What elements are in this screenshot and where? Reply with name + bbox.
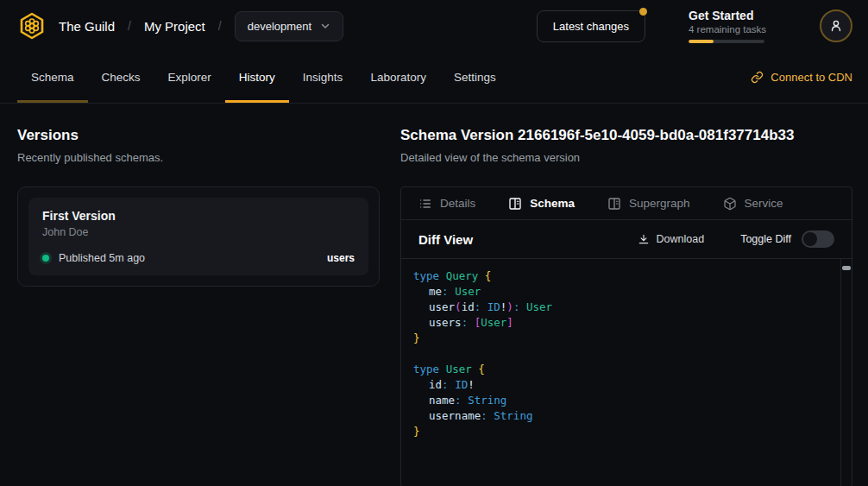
detail-tab-details[interactable]: Details (418, 197, 475, 211)
diff-view-title: Diff View (418, 232, 473, 247)
tab-history[interactable]: History (225, 52, 289, 103)
version-detail-column: Schema Version 2166196f-5e10-4059-bd0a-0… (400, 127, 852, 486)
get-started-widget[interactable]: Get Started 4 remaining tasks (689, 9, 766, 43)
chevron-down-icon (320, 21, 330, 31)
schema-sdl-code: type Query {me: Useruser(id: ID!): Useru… (401, 259, 852, 439)
person-icon (829, 19, 843, 33)
versions-subtitle: Recently published schemas. (17, 151, 380, 164)
target-selector[interactable]: development (235, 11, 343, 41)
toggle-knob (803, 232, 817, 246)
versions-list: First Version John Doe Published 5m ago … (17, 186, 380, 287)
code-scrollbar[interactable] (840, 259, 852, 486)
target-nav-tabs: Schema Checks Explorer History Insights … (0, 52, 868, 104)
versions-column: Versions Recently published schemas. Fir… (17, 127, 380, 287)
get-started-progressbar (689, 40, 764, 43)
version-author: John Doe (42, 226, 355, 238)
version-title: First Version (42, 209, 355, 223)
diff-view-header: Diff View Download Toggle Diff (401, 220, 852, 259)
breadcrumb-separator: / (218, 19, 222, 33)
connect-to-cdn-label: Connect to CDN (771, 71, 852, 84)
download-button[interactable]: Download (638, 233, 705, 245)
notification-dot (639, 8, 647, 16)
get-started-title: Get Started (689, 9, 766, 22)
tab-explorer[interactable]: Explorer (154, 52, 225, 103)
tab-laboratory[interactable]: Laboratory (356, 52, 440, 103)
breadcrumb-project[interactable]: My Project (144, 19, 205, 34)
latest-changes-button[interactable]: Latest changes (537, 10, 645, 42)
target-selector-value: development (248, 20, 311, 33)
breadcrumb-org[interactable]: The Guild (59, 19, 115, 34)
latest-changes-label: Latest changes (553, 20, 629, 33)
main-content: Versions Recently published schemas. Fir… (0, 104, 868, 486)
list-icon (418, 197, 432, 211)
version-list-item[interactable]: First Version John Doe Published 5m ago … (28, 198, 368, 275)
breadcrumb-separator: / (128, 19, 131, 33)
columns-icon (508, 197, 522, 211)
versions-title: Versions (17, 127, 380, 144)
toggle-diff-label: Toggle Diff (740, 233, 791, 245)
published-status-dot (42, 255, 49, 262)
user-avatar[interactable] (820, 9, 852, 42)
tab-checks[interactable]: Checks (88, 52, 154, 103)
get-started-progress-fill (689, 40, 714, 43)
diff-actions: Download Toggle Diff (638, 230, 834, 248)
schema-version-title: Schema Version 2166196f-5e10-4059-bd0a-0… (400, 127, 852, 144)
tab-insights[interactable]: Insights (289, 52, 357, 103)
toggle-diff-control: Toggle Diff (740, 230, 834, 248)
tab-underline (17, 100, 88, 103)
detail-tab-schema[interactable]: Schema (508, 197, 575, 211)
schema-version-subtitle: Detailed view of the schema version (400, 151, 852, 164)
cube-icon (723, 197, 737, 211)
service-badge: users (327, 252, 355, 264)
get-started-subtitle: 4 remaining tasks (689, 24, 766, 35)
breadcrumb: The Guild / My Project / development (59, 11, 343, 41)
connect-to-cdn-link[interactable]: Connect to CDN (751, 52, 852, 103)
detail-tab-supergraph[interactable]: Supergraph (607, 197, 690, 211)
schema-code-area: type Query {me: Useruser(id: ID!): Useru… (401, 259, 852, 486)
detail-tab-bar: Details Schema Supergr (401, 187, 852, 220)
version-meta-row: Published 5m ago users (42, 252, 355, 264)
detail-tab-service[interactable]: Service (723, 197, 783, 211)
tab-settings[interactable]: Settings (440, 52, 510, 103)
code-scrollbar-thumb[interactable] (842, 266, 851, 270)
link-icon (751, 71, 764, 84)
hive-logo-icon[interactable] (16, 9, 48, 42)
tab-schema[interactable]: Schema (17, 52, 88, 103)
columns-icon (607, 197, 621, 211)
tab-underline-active (225, 100, 289, 103)
toggle-diff-switch[interactable] (802, 230, 834, 248)
published-status-text: Published 5m ago (59, 252, 145, 264)
version-detail-panel: Details Schema Supergr (400, 186, 852, 486)
download-icon (638, 233, 650, 245)
top-header: The Guild / My Project / development Lat… (0, 0, 868, 52)
